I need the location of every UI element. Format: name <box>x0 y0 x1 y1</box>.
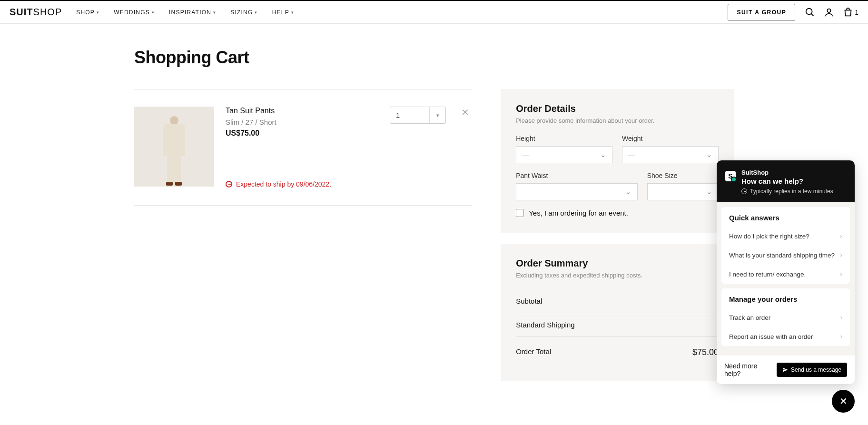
send-icon <box>782 367 788 373</box>
total-row: Order Total$75.00 <box>516 337 719 365</box>
event-label: Yes, I am ordering for an event. <box>529 209 628 217</box>
chevron-down-icon: ▾ <box>213 10 216 15</box>
account-icon[interactable] <box>824 7 834 18</box>
svg-line-1 <box>811 13 814 16</box>
clock-icon <box>741 188 747 194</box>
chevron-right-icon: › <box>840 333 842 340</box>
chevron-down-icon: ⌄ <box>600 150 606 159</box>
svg-point-0 <box>806 8 812 14</box>
chat-widget: S SuitShop How can we help? Typically re… <box>717 160 855 384</box>
cart-items: Tan Suit Pants Slim / 27 / Short US$75.0… <box>134 89 472 206</box>
order-details-panel: Order Details Please provide some inform… <box>501 89 734 233</box>
chevron-down-icon: ▾ <box>255 10 257 15</box>
chevron-down-icon: ⌄ <box>706 150 712 159</box>
page-title: Shopping Cart <box>134 48 734 68</box>
chevron-down-icon: ▾ <box>97 10 99 15</box>
top-nav: SUITSHOP SHOP▾ WEDDINGS▾ INSPIRATION▾ SI… <box>0 0 868 24</box>
height-label: Height <box>516 135 612 142</box>
track-order[interactable]: Track an order› <box>721 308 850 327</box>
chevron-right-icon: › <box>840 232 842 240</box>
quantity-value: 1 <box>390 111 429 119</box>
nav-sizing[interactable]: SIZING▾ <box>230 9 257 16</box>
logo[interactable]: SUITSHOP <box>10 7 62 18</box>
chevron-right-icon: › <box>840 270 842 278</box>
chevron-down-icon: ▾ <box>152 10 155 15</box>
chevron-down-icon: ▾ <box>291 10 294 15</box>
height-select[interactable]: —⌄ <box>516 146 612 163</box>
ship-note: Expected to ship by 09/06/2022. <box>226 180 378 188</box>
quantity-select[interactable]: 1 ▾ <box>390 107 446 124</box>
event-checkbox[interactable] <box>516 209 524 217</box>
shoe-size-select[interactable]: —⌄ <box>647 183 719 200</box>
shipping-row: Standard Shipping <box>516 313 719 337</box>
chevron-down-icon: ⌄ <box>706 188 712 196</box>
item-variant: Slim / 27 / Short <box>226 118 378 126</box>
shoe-size-label: Shoe Size <box>647 172 719 179</box>
pant-waist-select[interactable]: —⌄ <box>516 183 638 200</box>
chevron-down-icon: ⌄ <box>625 188 631 196</box>
subtotal-row: Subtotal <box>516 289 719 313</box>
order-details-title: Order Details <box>516 103 719 114</box>
search-icon[interactable] <box>805 7 815 18</box>
chevron-right-icon: › <box>840 251 842 259</box>
main-nav: SHOP▾ WEDDINGS▾ INSPIRATION▾ SIZING▾ HEL… <box>76 9 294 16</box>
cart-count: 1 <box>855 9 858 16</box>
need-more-help: Need more help? <box>724 362 771 377</box>
chat-reply-time: Typically replies in a few minutes <box>741 188 833 195</box>
order-summary-sub: Excluding taxes and expedited shipping c… <box>516 272 719 279</box>
quick-answer-shipping[interactable]: What is your standard shipping time?› <box>721 246 850 265</box>
pant-waist-label: Pant Waist <box>516 172 638 179</box>
cart-icon[interactable]: 1 <box>843 7 858 18</box>
quick-answers-title: Quick answers <box>721 207 850 227</box>
chevron-right-icon: › <box>840 314 842 321</box>
chat-brand: SuitShop <box>741 169 833 176</box>
quick-answer-return[interactable]: I need to return/ exchange.› <box>721 265 850 284</box>
svg-point-2 <box>828 9 831 12</box>
weight-label: Weight <box>622 135 719 142</box>
clock-icon <box>226 181 232 188</box>
manage-orders-title: Manage your orders <box>721 288 850 308</box>
remove-item-button[interactable]: ✕ <box>458 107 472 188</box>
suit-a-group-button[interactable]: SUIT A GROUP <box>728 4 795 21</box>
chat-header: S SuitShop How can we help? Typically re… <box>717 160 855 202</box>
weight-select[interactable]: —⌄ <box>622 146 719 163</box>
chat-greeting: How can we help? <box>741 177 833 185</box>
quick-answers-card: Quick answers How do I pick the right si… <box>721 207 850 284</box>
cart-row: Tan Suit Pants Slim / 27 / Short US$75.0… <box>134 89 472 206</box>
order-summary-panel: Order Summary Excluding taxes and expedi… <box>501 244 734 381</box>
manage-orders-card: Manage your orders Track an order› Repor… <box>721 288 850 346</box>
send-message-button[interactable]: Send us a message <box>777 363 847 377</box>
nav-inspiration[interactable]: INSPIRATION▾ <box>169 9 216 16</box>
quick-answer-size[interactable]: How do I pick the right size?› <box>721 227 850 246</box>
nav-shop[interactable]: SHOP▾ <box>76 9 99 16</box>
chat-footer: Need more help? Send us a message <box>717 356 855 384</box>
nav-help[interactable]: HELP▾ <box>272 9 294 16</box>
nav-weddings[interactable]: WEDDINGS▾ <box>114 9 155 16</box>
order-details-sub: Please provide some information about yo… <box>516 117 719 124</box>
chevron-down-icon: ▾ <box>429 107 445 123</box>
item-price: US$75.00 <box>226 129 378 138</box>
chat-brand-icon: S <box>725 171 736 181</box>
report-issue[interactable]: Report an issue with an order› <box>721 327 850 346</box>
item-name: Tan Suit Pants <box>226 107 378 115</box>
chat-close-button[interactable]: ✕ <box>832 390 855 413</box>
order-summary-title: Order Summary <box>516 258 719 269</box>
product-thumbnail[interactable] <box>134 107 214 187</box>
